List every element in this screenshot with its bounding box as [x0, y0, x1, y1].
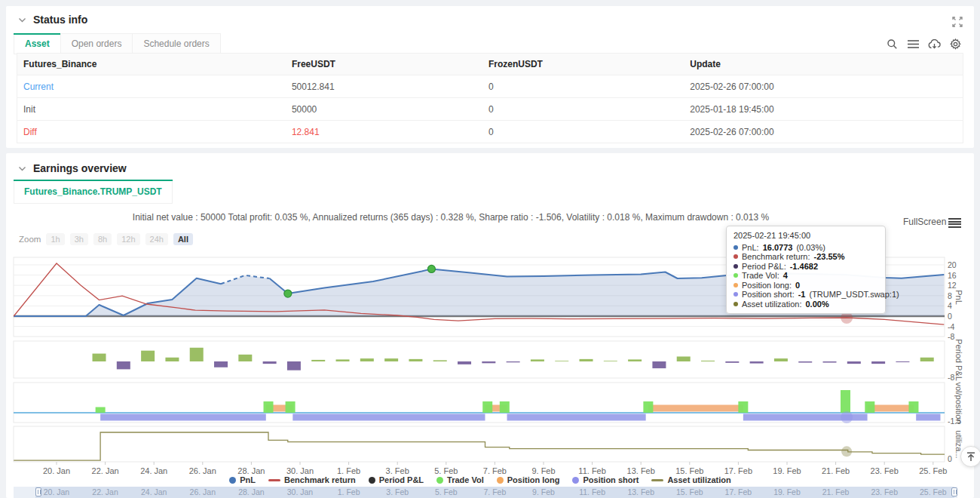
y-axis-title-pnl: PnL	[954, 290, 963, 305]
x-axis-label: 7. Feb	[470, 466, 519, 475]
navigator-date-label: 3. Feb	[373, 487, 421, 496]
legend-item-period-p&l[interactable]: Period P&L	[369, 475, 424, 484]
x-axis-label: 30. Jan	[276, 466, 324, 475]
y-axis-tick-label: 8	[948, 291, 952, 300]
navigator-date-label: 25. Feb	[909, 487, 957, 496]
zoom-label: Zoom	[19, 235, 41, 244]
y-axis-tick-label: 16	[948, 271, 957, 280]
back-to-top-button[interactable]	[960, 446, 980, 467]
legend-marker	[497, 477, 504, 484]
tooltip-row-position-short-: Position short: -1 (TRUMP_USDT.swap:1)	[733, 290, 878, 300]
legend-marker	[268, 479, 280, 481]
zoom-button-3h[interactable]: 3h	[70, 233, 88, 245]
navigator-date-label: 9. Feb	[519, 487, 568, 496]
legend-item-pnl[interactable]: PnL	[229, 475, 256, 484]
legend-label: Position short	[583, 475, 639, 484]
series-color-dot	[733, 302, 738, 306]
navigator-date-label: 22. Jan	[81, 487, 130, 496]
tooltip-value: 16.0773	[763, 243, 793, 253]
navigator-date-label: 24. Jan	[130, 487, 178, 496]
y-axis-tick-label: 12	[948, 281, 957, 290]
x-axis-label: 25. Feb	[909, 466, 957, 475]
navigator-date-label: 17. Feb	[714, 487, 762, 496]
chart-tooltip: 2025-02-21 19:45:00 PnL: 16.0773 (0.03%)…	[726, 226, 886, 314]
y-axis-tick-label: -8	[948, 373, 954, 382]
tooltip-value: -1.4682	[790, 262, 818, 272]
legend-label: Asset utilization	[667, 475, 730, 484]
x-axis-label: 3. Feb	[373, 466, 421, 475]
legend-item-position-long[interactable]: Position long	[497, 475, 560, 484]
legend-marker	[572, 477, 579, 484]
tooltip-row-asset-utilization-: Asset utilization: 0.00%	[733, 300, 878, 309]
series-color-dot	[733, 283, 738, 287]
tooltip-value: 4	[783, 271, 788, 281]
series-color-dot	[733, 264, 738, 269]
y-axis-tick-label: -8	[948, 332, 954, 341]
fullscreen-button[interactable]: FullScreen	[903, 217, 946, 227]
legend-marker	[369, 477, 375, 484]
legend-item-asset-utilization[interactable]: Asset utilization	[651, 475, 730, 484]
legend-marker	[651, 479, 663, 481]
navigator-date-label: 26. Jan	[179, 487, 227, 496]
tooltip-row-benchmark-return-: Benchmark return: -23.55%	[733, 252, 878, 262]
legend-marker	[436, 477, 443, 484]
tooltip-label: Asset utilization:	[742, 300, 801, 309]
series-color-dot	[733, 273, 738, 278]
x-axis-label: 9. Feb	[519, 466, 568, 475]
zoom-button-8h[interactable]: 8h	[93, 233, 112, 245]
navigator-left-handle[interactable]	[35, 487, 41, 496]
x-axis-label: 23. Feb	[860, 466, 908, 475]
zoom-button-all[interactable]: All	[173, 233, 193, 245]
chart-navigator[interactable]: 20. Jan22. Jan24. Jan26. Jan28. Jan30. J…	[14, 487, 957, 498]
y-axis-tick-label: 20	[948, 260, 957, 269]
y-axis-title-period_pnl: Period P&L	[954, 339, 963, 381]
x-axis-label: 20. Jan	[32, 466, 81, 475]
tooltip-value: 0.00%	[805, 300, 828, 309]
y-axis-title-vol_position: vol/position	[954, 382, 963, 423]
zoom-button-1h[interactable]: 1h	[46, 233, 64, 245]
navigator-date-label: 13. Feb	[617, 487, 665, 496]
navigator-date-label: 28. Jan	[227, 487, 275, 496]
zoom-controls: Zoom 1h3h8h12h24hAll	[19, 233, 193, 245]
x-axis-label: 5. Feb	[422, 466, 470, 475]
tooltip-label: Period P&L:	[742, 262, 786, 272]
x-axis-label: 26. Jan	[179, 466, 227, 475]
tooltip-row-pnl-: PnL: 16.0773 (0.03%)	[733, 243, 878, 253]
tooltip-label: Position long:	[742, 281, 792, 290]
legend-item-benchmark-return[interactable]: Benchmark return	[268, 475, 356, 484]
navigator-date-label: 21. Feb	[812, 487, 860, 496]
navigator-date-label: 19. Feb	[763, 487, 811, 496]
tooltip-value: 0	[795, 281, 800, 290]
legend-label: Trade Vol	[447, 475, 484, 484]
navigator-date-label: 1. Feb	[325, 487, 373, 496]
x-axis-label: 22. Jan	[81, 466, 130, 475]
navigator-date-label: 5. Feb	[422, 487, 470, 496]
navigator-date-label: 7. Feb	[470, 487, 519, 496]
x-axis-label: 1. Feb	[325, 466, 373, 475]
tooltip-timestamp: 2025-02-21 19:45:00	[733, 231, 878, 241]
legend-item-trade-vol[interactable]: Trade Vol	[436, 475, 484, 484]
tooltip-label: Benchmark return:	[742, 252, 810, 262]
navigator-date-label: 15. Feb	[666, 487, 714, 496]
x-axis-label: 11. Feb	[568, 466, 617, 475]
y-axis-tick-label: 0	[948, 312, 952, 321]
tooltip-label: Trade Vol:	[742, 271, 779, 281]
series-color-dot	[733, 254, 738, 259]
legend-marker	[229, 477, 236, 484]
x-axis-label: 19. Feb	[763, 466, 811, 475]
tooltip-label: Position short:	[742, 290, 795, 300]
chart-stats-summary: Initial net value : 50000 Total profit: …	[14, 212, 888, 223]
chart-legend: PnLBenchmark returnPeriod P&LTrade VolPo…	[14, 475, 947, 484]
legend-label: Benchmark return	[284, 475, 356, 484]
x-axis-label: 17. Feb	[714, 466, 762, 475]
tooltip-extra: (0.03%)	[796, 243, 825, 253]
legend-item-position-short[interactable]: Position short	[572, 475, 639, 484]
navigator-right-handle[interactable]	[951, 487, 957, 496]
navigator-date-label: 11. Feb	[568, 487, 617, 496]
chart-menu-icon[interactable]	[948, 218, 961, 228]
zoom-button-24h[interactable]: 24h	[145, 233, 168, 245]
y-axis-tick-label: 0	[948, 454, 952, 463]
zoom-button-12h[interactable]: 12h	[117, 233, 139, 245]
x-axis-label: 13. Feb	[617, 466, 665, 475]
x-axis-label: 15. Feb	[666, 466, 714, 475]
